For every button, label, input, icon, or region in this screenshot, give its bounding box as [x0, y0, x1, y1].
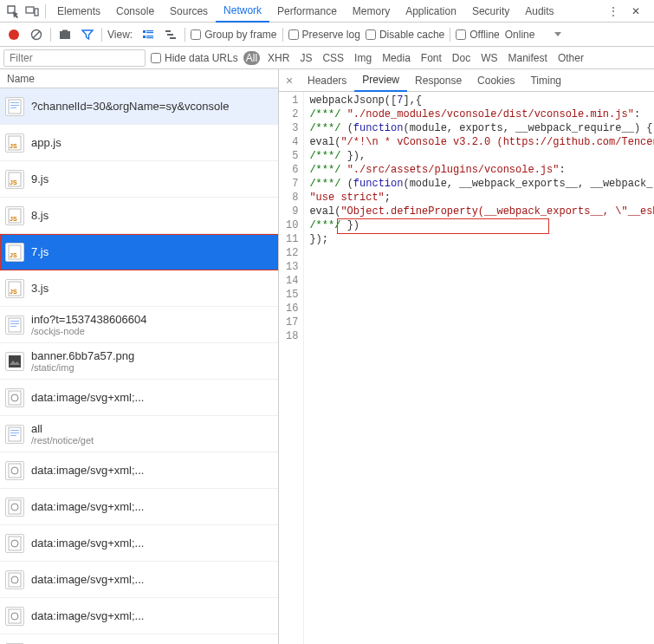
filter-type-media[interactable]: Media [379, 51, 413, 65]
tab-security[interactable]: Security [464, 0, 517, 23]
device-toolbar-icon[interactable] [23, 2, 42, 21]
tab-memory[interactable]: Memory [345, 0, 398, 23]
request-name: 3.js [31, 282, 49, 295]
detail-tab-preview[interactable]: Preview [354, 69, 407, 92]
disable-cache-checkbox[interactable]: Disable cache [366, 29, 444, 41]
svg-rect-1 [35, 9, 38, 16]
request-row[interactable]: data:image/svg+xml;... [0, 452, 278, 489]
tab-application[interactable]: Application [398, 0, 464, 23]
svg-rect-48 [9, 609, 21, 623]
svg-rect-17 [10, 105, 19, 106]
request-name: data:image/svg+xml;... [31, 391, 144, 404]
record-button[interactable] [5, 26, 23, 43]
tab-network[interactable]: Network [216, 0, 269, 23]
throttling-select[interactable]: Online [505, 29, 562, 41]
request-name: data:image/svg+xml;... [31, 464, 144, 477]
request-path: /sockjs-node [31, 326, 146, 336]
request-path: /rest/notice/get [31, 435, 94, 446]
request-row[interactable]: all/rest/notice/get [0, 416, 278, 452]
svg-rect-0 [26, 7, 34, 13]
tab-console[interactable]: Console [108, 0, 162, 23]
svg-rect-42 [9, 500, 21, 514]
svg-rect-31 [10, 323, 19, 324]
detail-tabs: × HeadersPreviewResponseCookiesTiming [279, 69, 654, 92]
preserve-log-checkbox[interactable]: Preserve log [288, 29, 360, 41]
large-rows-icon[interactable] [139, 26, 157, 43]
name-column-header[interactable]: Name [0, 69, 278, 88]
request-row[interactable]: JSapp.js [0, 125, 278, 161]
capture-screenshots-icon[interactable] [56, 26, 74, 43]
filter-type-xhr[interactable]: XHR [265, 51, 292, 65]
filter-type-font[interactable]: Font [418, 51, 444, 65]
svg-rect-5 [62, 29, 68, 31]
svg-text:JS: JS [10, 289, 17, 295]
filter-type-css[interactable]: CSS [320, 51, 346, 65]
request-row[interactable]: data:image/svg+xml;... [0, 562, 278, 598]
request-name: all [31, 422, 94, 435]
offline-checkbox[interactable]: Offline [456, 29, 499, 41]
request-row[interactable]: JS9.js [0, 161, 278, 198]
svg-rect-7 [146, 30, 153, 31]
filter-input[interactable] [3, 49, 146, 67]
svg-text:JS: JS [10, 179, 17, 185]
request-row[interactable]: JS3.js [0, 270, 278, 307]
close-details-icon[interactable]: × [279, 70, 300, 91]
svg-text:JS: JS [10, 252, 17, 258]
detail-tab-headers[interactable]: Headers [300, 69, 354, 92]
preview-pane[interactable]: 123456789101112131415161718 webpackJsonp… [279, 92, 654, 644]
request-name: app.js [31, 136, 62, 149]
svg-rect-36 [9, 427, 21, 441]
filter-type-other[interactable]: Other [555, 51, 586, 65]
svg-rect-12 [165, 30, 171, 32]
svg-file-icon [5, 461, 24, 480]
detail-tab-timing[interactable]: Timing [522, 69, 569, 92]
request-row[interactable]: data:image/svg+xml;... [0, 489, 278, 525]
detail-tab-response[interactable]: Response [407, 69, 469, 92]
hide-data-urls-checkbox[interactable]: Hide data URLs [151, 52, 238, 64]
filter-icon[interactable] [79, 26, 96, 43]
filter-type-doc[interactable]: Doc [450, 51, 473, 65]
svg-file-icon [5, 607, 24, 626]
tab-sources[interactable]: Sources [162, 0, 216, 23]
request-row[interactable]: JS8.js [0, 198, 278, 234]
request-row[interactable]: data:image/svg+xml;... [0, 598, 278, 634]
request-details-panel: × HeadersPreviewResponseCookiesTiming 12… [279, 69, 654, 644]
close-devtools-icon[interactable]: ✕ [626, 2, 645, 21]
filter-type-all[interactable]: All [243, 51, 260, 65]
request-name: data:image/svg+xml;... [31, 609, 144, 622]
filter-type-manifest[interactable]: Manifest [506, 51, 550, 65]
request-row[interactable]: data:image/svg+xml;... [0, 525, 278, 562]
svg-rect-46 [9, 573, 21, 587]
request-row[interactable]: info?t=1537438606604/sockjs-node [0, 307, 278, 343]
request-row[interactable]: banner.6bb7a57.png/static/img [0, 343, 278, 380]
tab-audits[interactable]: Audits [517, 0, 561, 23]
svg-rect-34 [9, 391, 21, 405]
filter-type-ws[interactable]: WS [478, 51, 500, 65]
request-row[interactable]: ?channelId=30&orgName=sy&vconsole [0, 88, 278, 125]
request-name: banner.6bb7a57.png [31, 349, 134, 362]
code-content[interactable]: webpackJsonp([7],{/***/ "./node_modules/… [304, 92, 654, 644]
tab-elements[interactable]: Elements [49, 0, 108, 23]
svg-rect-37 [10, 430, 19, 431]
request-row[interactable]: data:image/svg+xml;... [0, 634, 278, 644]
request-row[interactable]: JS7.js [0, 234, 278, 270]
svg-file-icon [5, 570, 24, 589]
svg-rect-6 [143, 30, 146, 33]
svg-text:JS: JS [10, 216, 17, 222]
js-file-icon: JS [5, 243, 24, 262]
group-by-frame-checkbox[interactable]: Group by frame [191, 29, 276, 41]
request-row[interactable]: data:image/svg+xml;... [0, 380, 278, 416]
inspect-icon[interactable] [3, 2, 23, 21]
clear-button[interactable] [28, 26, 45, 43]
img-file-icon [5, 352, 24, 371]
js-file-icon: JS [5, 279, 24, 298]
request-list-panel: Name ?channelId=30&orgName=sy&vconsoleJS… [0, 69, 279, 644]
more-icon[interactable]: ⋮ [604, 2, 623, 21]
filter-type-js[interactable]: JS [297, 51, 314, 65]
svg-rect-8 [146, 32, 153, 33]
tab-performance[interactable]: Performance [269, 0, 345, 23]
filter-type-img[interactable]: Img [352, 51, 374, 65]
view-label: View: [107, 29, 133, 41]
detail-tab-cookies[interactable]: Cookies [469, 69, 522, 92]
waterfall-icon[interactable] [162, 26, 179, 43]
